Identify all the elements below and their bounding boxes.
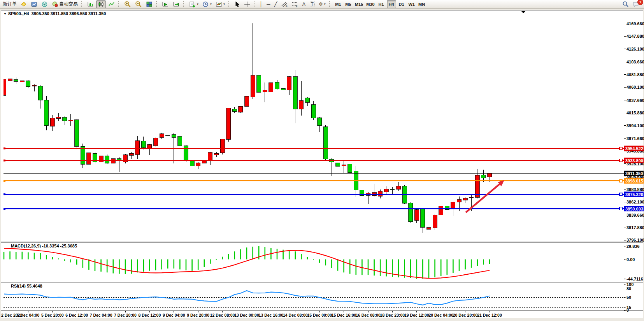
text-label-tool-button[interactable]: T xyxy=(308,0,316,8)
candle-body xyxy=(196,163,200,166)
svg-text:3898.615: 3898.615 xyxy=(625,179,643,183)
dropdown-arrow-icon: ▾ xyxy=(197,2,198,6)
vertical-line-tool-button[interactable]: │ xyxy=(258,0,264,8)
dropdown-arrow-icon: ▾ xyxy=(223,2,225,6)
candle-body xyxy=(184,146,188,161)
line-right-anchor[interactable] xyxy=(619,179,622,182)
candle-body xyxy=(463,198,467,200)
indicators-button[interactable]: ▾ xyxy=(214,0,226,8)
candle-body xyxy=(56,117,61,118)
line-right-anchor[interactable] xyxy=(619,207,622,210)
tile-windows-button[interactable] xyxy=(144,0,154,8)
candle-body xyxy=(172,135,176,138)
candle-body xyxy=(226,108,231,139)
chart-shift-button[interactable] xyxy=(171,0,181,8)
zoom-out-button[interactable] xyxy=(133,0,144,8)
horizontal-line-tool-button[interactable]: ─ xyxy=(265,0,272,8)
crosshair-tool-button[interactable] xyxy=(242,0,252,8)
auto-trading-button[interactable]: 自动交易 xyxy=(50,0,79,8)
chart-ohlc-values: 3905.350 3911.850 3896.550 3911.350 xyxy=(32,11,106,16)
gold-coin-button[interactable] xyxy=(19,0,28,8)
zoom-in-icon xyxy=(124,1,131,7)
line-chart-mode-button[interactable] xyxy=(107,0,116,8)
line-left-anchor[interactable] xyxy=(4,193,5,195)
timeframe-m15-button[interactable]: M15 xyxy=(354,0,364,8)
chart-canvas[interactable]: 4169.6604147.8804126.1004103.6604081.880… xyxy=(0,0,644,321)
new-chart-icon xyxy=(189,1,196,7)
candle-body xyxy=(208,153,212,161)
cursor-tool-button[interactable] xyxy=(233,0,242,8)
fibonacci-tool-button[interactable]: F xyxy=(290,0,300,8)
candlestick-mode-button[interactable] xyxy=(96,0,106,8)
channel-tool-button[interactable]: E xyxy=(279,0,289,8)
candle-body xyxy=(439,206,443,215)
crosshair-icon xyxy=(244,1,250,7)
candle-body xyxy=(20,81,24,82)
timeframe-mn-button[interactable]: MN xyxy=(417,0,426,8)
svg-text:4015.880: 4015.880 xyxy=(626,111,644,115)
timeframe-m30-button[interactable]: M30 xyxy=(365,0,376,8)
svg-text:4147.880: 4147.880 xyxy=(626,34,644,39)
candle-body xyxy=(32,85,37,86)
search-button[interactable] xyxy=(621,0,630,8)
svg-text:4060.100: 4060.100 xyxy=(626,85,644,89)
svg-text:9 Dec 20:00: 9 Dec 20:00 xyxy=(187,313,209,317)
line-right-anchor[interactable] xyxy=(619,159,622,162)
clock-icon xyxy=(202,1,209,7)
notifications-button[interactable]: 1 xyxy=(631,0,641,8)
line-left-anchor[interactable] xyxy=(4,180,5,182)
candle-body xyxy=(269,82,273,92)
market-watch-button[interactable] xyxy=(29,0,39,8)
svg-text:18 Dec 23:00: 18 Dec 23:00 xyxy=(380,313,405,317)
collapse-arrow-icon[interactable]: ▼ xyxy=(4,12,7,16)
line-left-anchor[interactable] xyxy=(4,160,5,161)
new-chart-button[interactable]: ▾ xyxy=(188,0,200,8)
svg-text:12 Dec 08:00: 12 Dec 08:00 xyxy=(210,313,235,317)
candle-body xyxy=(141,141,146,147)
timeframe-w1-button[interactable]: W1 xyxy=(407,0,416,8)
auto-scroll-button[interactable] xyxy=(160,0,170,8)
candle-body xyxy=(14,79,18,81)
new-order-button[interactable]: 新订单 xyxy=(1,0,18,8)
candle-body xyxy=(87,153,91,165)
svg-text:4103.660: 4103.660 xyxy=(626,60,644,64)
trendline-icon: ╱ xyxy=(274,2,277,7)
text-tool-button[interactable]: A xyxy=(300,0,307,8)
svg-text:5 Dec 04:00: 5 Dec 04:00 xyxy=(17,313,40,317)
candle-body xyxy=(323,127,328,159)
line-left-anchor[interactable] xyxy=(4,147,5,149)
svg-text:E: E xyxy=(286,4,288,7)
candle-body xyxy=(147,144,152,148)
timeframe-m1-button[interactable]: M1 xyxy=(333,0,343,8)
candle-body xyxy=(409,203,413,222)
timeframe-m5-button[interactable]: M5 xyxy=(344,0,353,8)
svg-text:4126.100: 4126.100 xyxy=(626,47,644,51)
svg-text:15 Dec 00:00: 15 Dec 00:00 xyxy=(307,313,332,317)
data-window-button[interactable] xyxy=(40,0,49,8)
periods-button[interactable]: ▾ xyxy=(201,0,213,8)
candle-body xyxy=(348,164,352,173)
auto-trading-label: 自动交易 xyxy=(59,1,78,7)
svg-text:4169.660: 4169.660 xyxy=(626,21,644,26)
chart-window-frame xyxy=(1,11,643,318)
svg-text:3994.100: 3994.100 xyxy=(626,123,644,128)
rsi-value: 55.4648 xyxy=(27,284,42,288)
candle-body xyxy=(293,77,297,109)
zoom-in-button[interactable] xyxy=(123,0,133,8)
svg-text:4037.660: 4037.660 xyxy=(626,98,644,103)
toolbar-grip xyxy=(156,1,158,7)
svg-text:3875.320: 3875.320 xyxy=(625,192,643,197)
candle-body xyxy=(178,137,182,146)
timeframe-h1-button[interactable]: H1 xyxy=(377,0,386,8)
trendline-tool-button[interactable]: ╱ xyxy=(272,0,279,8)
arrows-tool-button[interactable]: ✥ ▾ xyxy=(317,0,327,8)
svg-text:3883.880: 3883.880 xyxy=(626,187,644,192)
line-right-anchor[interactable] xyxy=(619,193,622,196)
line-right-anchor[interactable] xyxy=(619,147,622,150)
timeframe-h4-button[interactable]: H4 xyxy=(387,0,396,8)
bar-chart-mode-button[interactable] xyxy=(86,0,95,8)
timeframe-d1-button[interactable]: D1 xyxy=(397,0,406,8)
line-left-anchor[interactable] xyxy=(4,208,5,210)
svg-text:3954.522: 3954.522 xyxy=(625,146,643,151)
candle-body xyxy=(44,100,49,126)
